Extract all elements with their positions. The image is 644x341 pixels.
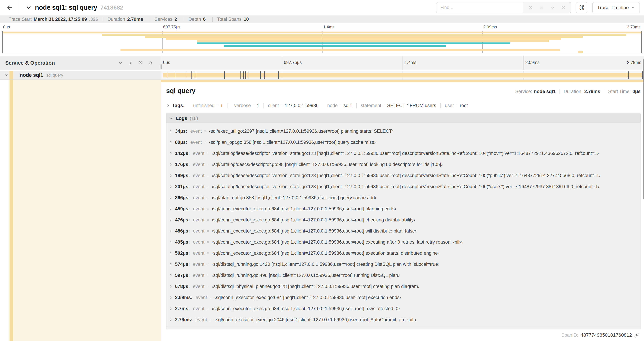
panel-resize-grip[interactable]	[160, 65, 162, 69]
minimap-tick-label: 2.09ms	[482, 25, 497, 30]
minimap-canvas[interactable]	[2, 31, 642, 53]
log-row[interactable]: 502μs: event = ‹sql/conn_executor_exec.g…	[166, 248, 640, 259]
logs-count: (18)	[190, 116, 198, 121]
trace-stat: Total Spans 10	[212, 17, 255, 22]
overview-item: Service: node sql1	[512, 89, 560, 94]
detail-operation-title: sql query	[166, 87, 196, 95]
log-row[interactable]: 189μs: event = ‹sql/catalog/lease/descri…	[166, 170, 640, 181]
log-chevron-right-icon	[169, 262, 172, 266]
log-row[interactable]: 574μs: event = ‹sql/distsql_running.go:1…	[166, 259, 640, 270]
find-clear-close-icon[interactable]	[561, 5, 566, 10]
log-row[interactable]: 34μs: event = ‹sql/exec_util.go:2297 [ns…	[166, 126, 640, 137]
tags-chevron-right-icon[interactable]	[166, 104, 170, 107]
log-row[interactable]: 459μs: event = ‹sql/conn_executor_exec.g…	[166, 203, 640, 214]
back-button[interactable]	[0, 0, 20, 15]
chevron-down-icon	[631, 6, 635, 10]
command-key-icon: ⌘	[579, 4, 584, 11]
minimap-span-bar	[2, 32, 642, 34]
log-chevron-right-icon	[169, 163, 172, 166]
minimap-left-scrubber[interactable]	[2, 31, 3, 53]
vertical-scrollbar-thumb[interactable]	[642, 59, 644, 199]
log-chevron-right-icon	[169, 296, 172, 299]
log-row[interactable]: 80μs: event = ‹sql/plan_opt.go:358 [nsql…	[166, 137, 640, 148]
logs-title: Logs	[176, 116, 187, 121]
trace-stat: Depth 6	[184, 17, 212, 22]
expand-all-double-chevron-right-icon[interactable]	[148, 61, 153, 65]
tag-item[interactable]: node = sql1	[323, 103, 356, 108]
arrow-left-icon	[6, 4, 13, 11]
log-row[interactable]: 486μs: event = ‹sql/conn_executor_exec.g…	[166, 225, 640, 236]
tag-item[interactable]: statement = SELECT * FROM users	[356, 103, 440, 108]
detail-head-row: sql query Service: node sql1 Duration: 2…	[166, 87, 640, 95]
tag-list: _unfinished = 1 _verbose = 1 client = 12…	[186, 103, 472, 108]
trace-minimap: 0μs697.75μs1.4ms2.09ms2.79ms	[0, 23, 644, 54]
log-row[interactable]: 201μs: event = ‹sql/catalog/lease/descri…	[166, 181, 640, 192]
log-tick-mark	[278, 71, 279, 79]
timeline-tick-label: 0μs	[161, 60, 170, 65]
locate-icon[interactable]	[528, 5, 533, 10]
log-row[interactable]: 678μs: event = ‹sql/distsql_physical_pla…	[166, 281, 640, 292]
log-tick-mark	[167, 71, 168, 79]
minimap-tick-labels: 0μs697.75μs1.4ms2.09ms2.79ms	[2, 23, 642, 31]
timeline-tick-label: 2.09ms	[523, 60, 540, 65]
minimap-right-scrubber[interactable]	[642, 31, 642, 53]
log-row[interactable]: 476μs: event = ‹sql/conn_executor_exec.g…	[166, 214, 640, 225]
tags-label[interactable]: Tags:	[172, 103, 185, 108]
log-row[interactable]: 495μs: event = ‹sql/conn_executor_exec.g…	[166, 236, 640, 248]
timeline-tick-label: 697.75μs	[282, 60, 302, 65]
find-input[interactable]	[436, 2, 523, 13]
log-row[interactable]: 366μs: event = ‹sql/plan_opt.go:358 [nsq…	[166, 192, 640, 203]
trace-stat: Trace Start March 31 2022, 17:25:09 .326	[4, 17, 103, 22]
detail-accent-strip[interactable]	[10, 80, 13, 341]
log-row[interactable]: 597μs: event = ‹sql/distsql_running.go:4…	[166, 270, 640, 281]
span-id-value: 4877749850101760812	[581, 332, 632, 338]
span-color-accent	[10, 71, 13, 80]
logs-footer-note: Log timestamps are relative to the start…	[166, 326, 640, 329]
minimap-span-bar	[120, 49, 560, 51]
log-row[interactable]: 2.69ms: event = ‹sql/conn_executor_exec.…	[166, 292, 640, 303]
service-operation-title: Service & Operation	[5, 60, 55, 66]
log-chevron-right-icon	[169, 196, 172, 199]
collapse-one-chevron-down-icon[interactable]	[118, 61, 123, 65]
log-chevron-right-icon	[169, 185, 172, 188]
minimap-tick-label: 2.79ms	[626, 25, 640, 30]
log-row[interactable]: 176μs: event = ‹sql/catalog/descs/descri…	[166, 159, 640, 170]
tag-item[interactable]: _verbose = 1	[227, 103, 264, 108]
log-tick-mark	[175, 71, 175, 79]
view-selector-label: Trace Timeline	[597, 5, 629, 11]
log-chevron-right-icon	[169, 240, 172, 244]
log-tick-mark	[260, 71, 261, 79]
log-row[interactable]: 142μs: event = ‹sql/catalog/lease/descri…	[166, 148, 640, 159]
minimap-span-bar	[197, 40, 549, 42]
view-selector-button[interactable]: Trace Timeline	[592, 2, 640, 13]
keyboard-shortcuts-button[interactable]: ⌘	[576, 2, 588, 13]
tag-item[interactable]: client = 127.0.0.1:59936	[264, 103, 323, 108]
span-id-divider	[166, 329, 640, 329]
tag-item[interactable]: _unfinished = 1	[186, 103, 227, 108]
collapse-all-double-chevron-down-icon[interactable]	[138, 61, 143, 65]
log-tick-mark	[627, 71, 627, 79]
find-next-chevron-down-icon[interactable]	[550, 5, 555, 10]
log-row[interactable]: 2.7ms: event = ‹sql/conn_executor_exec.g…	[166, 303, 640, 314]
log-row[interactable]: 2.79ms: event = ‹sql/conn_executor_exec.…	[166, 314, 640, 325]
log-chevron-right-icon	[169, 218, 172, 222]
minimap-span-bar	[197, 43, 510, 44]
span-collapse-chevron-down-icon[interactable]	[4, 73, 9, 77]
span-row-timeline-cell[interactable]	[161, 71, 644, 80]
find-prev-chevron-up-icon[interactable]	[539, 5, 544, 10]
collapse-header-chevron-icon[interactable]	[26, 5, 32, 11]
logs-block: Logs (18) 34μs: event = ‹	[166, 114, 640, 329]
span-duration-bar[interactable]	[163, 73, 643, 78]
logs-accordion-header[interactable]: Logs (18)	[166, 114, 640, 123]
log-tick-mark	[240, 71, 241, 79]
log-chevron-right-icon	[169, 207, 172, 210]
trace-id: 7418682	[100, 4, 123, 11]
deep-link-icon[interactable]	[634, 332, 640, 338]
tags-row: Tags: _unfinished = 1 _verbose = 1	[166, 102, 640, 109]
logs-chevron-down-icon	[169, 116, 173, 120]
span-row-name-cell[interactable]: node sql1 sql query	[0, 71, 161, 80]
log-tick-mark	[244, 71, 244, 79]
expand-one-chevron-right-icon[interactable]	[128, 61, 133, 65]
tag-item[interactable]: user = root	[440, 103, 472, 108]
log-chevron-right-icon	[169, 229, 172, 233]
